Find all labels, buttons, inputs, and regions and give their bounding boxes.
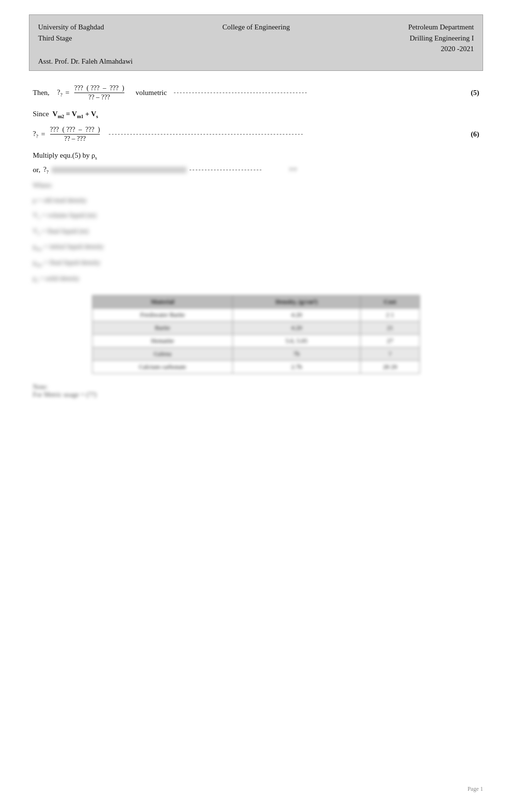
- material-5: Calcium carbonate: [93, 360, 233, 373]
- header-col-right: Petroleum Department Drilling Engineerin…: [408, 22, 474, 54]
- blurred-line-5: ρm2 = final liquid density: [33, 257, 479, 270]
- table-row: Galena 7b ?: [93, 347, 420, 360]
- cost-2: 21: [360, 321, 419, 334]
- table-row: Barite 4.20 21: [93, 321, 420, 334]
- multiply-line: Multiply equ.(5) by ρs: [33, 151, 479, 161]
- footer-note: Note: For Metric usage = (??): [33, 383, 479, 399]
- blurred-text-1: ρ = old mud density: [33, 194, 87, 206]
- header-col-center: College of Engineering: [222, 22, 290, 33]
- table-row: Calcium carbonate 2.7b 28 29: [93, 360, 420, 373]
- where-label: Where:: [33, 179, 53, 191]
- density-2: 4.20: [233, 321, 361, 334]
- instructor-line: Asst. Prof. Dr. Faleh Almahdawi: [38, 57, 474, 66]
- stage-label: Third Stage: [38, 34, 72, 42]
- cost-5: 28 29: [360, 360, 419, 373]
- or-var: ??: [43, 165, 49, 175]
- eq6-var: ??: [33, 130, 38, 139]
- then-fraction: ??? ( ??? – ??? ) ?? – ???: [74, 84, 124, 101]
- blurred-line-1: ρ = old mud density: [33, 194, 479, 206]
- table-section: Material Density, (g/cm³) Cost Freshwate…: [33, 295, 479, 374]
- then-var: ??: [57, 88, 62, 97]
- blurred-line-4: ρm1 = initial liquid density: [33, 241, 479, 254]
- since-line: Since Vm2 = Vm1 + Vs: [33, 110, 479, 119]
- blurred-text-4: ρm1 = initial liquid density: [33, 241, 104, 254]
- table-row: Freshwater Barite 4.20 2 1: [93, 308, 420, 321]
- since-label: Since: [33, 110, 51, 118]
- or-eq-blurred: ???: [289, 166, 297, 174]
- or-line: or, ?? ------------------------ ???: [33, 165, 479, 175]
- main-content: Then, ?? = ??? ( ??? – ??? ) ?? – ??? vo…: [29, 84, 483, 399]
- header-box: University of Baghdad Third Stage Colleg…: [29, 14, 483, 71]
- course-name: Drilling Engineering I: [410, 34, 474, 42]
- department-name: Petroleum Department: [408, 23, 474, 31]
- since-eq: Vm2 = Vm1 + Vs: [53, 110, 98, 118]
- material-4: Galena: [93, 347, 233, 360]
- year-label: 2020 -2021: [441, 45, 474, 53]
- blurred-line-6: ρs = solid density: [33, 272, 479, 285]
- equation-6-line: ?? = ??? ( ??? – ??? ) ?? – ??? --------…: [33, 126, 479, 143]
- blurred-text-5: ρm2 = final liquid density: [33, 257, 100, 270]
- then-equals: =: [65, 89, 69, 97]
- eq6-dashes: ----------------------------------------…: [108, 130, 464, 138]
- note-text: For Metric usage = (??): [33, 391, 96, 398]
- eq6-numerator: ??? ( ??? – ??? ): [50, 126, 100, 135]
- eq5-label: (5): [471, 89, 480, 97]
- col-density: Density, (g/cm³): [233, 295, 361, 308]
- col-material: Material: [93, 295, 233, 308]
- density-3: 5.0, 5.05: [233, 334, 361, 347]
- then-denominator: ?? – ???: [88, 93, 110, 101]
- college-name: College of Engineering: [222, 23, 290, 31]
- eq6-subscript: ?: [36, 134, 38, 139]
- multiply-text: Multiply equ.(5) by ρs: [33, 151, 97, 159]
- material-1: Freshwater Barite: [93, 308, 233, 321]
- then-subscript: ?: [60, 92, 62, 97]
- density-4: 7b: [233, 347, 361, 360]
- eq6-label: (6): [471, 130, 480, 138]
- or-blurred-formula: [52, 167, 187, 173]
- header-col-left: University of Baghdad Third Stage: [38, 22, 104, 43]
- page-number: Page 1: [468, 785, 483, 793]
- equation-5-line: Then, ?? = ??? ( ??? – ??? ) ?? – ??? vo…: [33, 84, 479, 101]
- then-label: Then,: [33, 89, 50, 97]
- or-dashes: ------------------------: [189, 166, 286, 174]
- eq6-denominator: ?? – ???: [64, 135, 86, 143]
- blurred-text-6: ρs = solid density: [33, 272, 80, 285]
- or-label: or,: [33, 166, 40, 174]
- blurred-text-3: V2 = final liquid (m): [33, 225, 89, 238]
- note-label: Note:: [33, 383, 48, 391]
- instructor-name: Asst. Prof. Dr. Faleh Almahdawi: [38, 57, 133, 65]
- density-5: 2.7b: [233, 360, 361, 373]
- table-row: Hematite 5.0, 5.05 27: [93, 334, 420, 347]
- eq6-equals: =: [41, 130, 45, 138]
- col-cost: Cost: [360, 295, 419, 308]
- then-dashes: ----------------------------------------…: [174, 89, 464, 96]
- materials-table: Material Density, (g/cm³) Cost Freshwate…: [92, 295, 420, 374]
- then-numerator: ??? ( ??? – ??? ): [74, 84, 124, 93]
- blurred-line-2: V1 = volume liquid (m): [33, 209, 479, 222]
- blurred-where: Where:: [33, 179, 479, 191]
- university-name: University of Baghdad: [38, 23, 104, 31]
- material-3: Hematite: [93, 334, 233, 347]
- vm2-sub: m2: [58, 114, 64, 119]
- blurred-line-3: V2 = final liquid (m): [33, 225, 479, 238]
- vm1-sub: m1: [77, 114, 83, 119]
- blurred-section: Where: ρ = old mud density V1 = volume l…: [33, 179, 479, 285]
- then-word: volumetric: [135, 89, 167, 97]
- blurred-text-2: V1 = volume liquid (m): [33, 209, 96, 222]
- density-1: 4.20: [233, 308, 361, 321]
- or-subscript: ?: [46, 169, 48, 175]
- cost-1: 2 1: [360, 308, 419, 321]
- eq6-fraction: ??? ( ??? – ??? ) ?? – ???: [50, 126, 100, 143]
- material-2: Barite: [93, 321, 233, 334]
- rho-s-sub: s: [95, 155, 97, 161]
- vs-sub: s: [96, 114, 98, 119]
- cost-3: 27: [360, 334, 419, 347]
- cost-4: ?: [360, 347, 419, 360]
